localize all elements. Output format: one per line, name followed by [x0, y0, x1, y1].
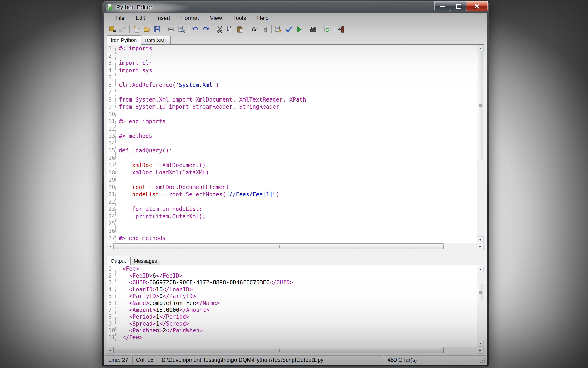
- function-icon[interactable]: fx: [249, 24, 259, 34]
- editor-code-text[interactable]: [115, 125, 119, 133]
- edit-script-icon[interactable]: [273, 24, 284, 34]
- editor-hscroll-thumb[interactable]: [114, 243, 444, 249]
- exit-icon[interactable]: [336, 24, 346, 34]
- editor-line-number: 8: [107, 96, 115, 104]
- python-editor-window: Python Editor FileEditInsertFormatViewTo…: [102, 1, 489, 367]
- editor-code-text[interactable]: [115, 111, 119, 118]
- menu-help[interactable]: Help: [252, 13, 274, 23]
- editor-tab-iron-python[interactable]: Iron Python: [107, 36, 141, 45]
- editor-code-text[interactable]: [115, 74, 119, 82]
- editor-code-text[interactable]: from System.Xml import XmlDocument, XmlT…: [115, 96, 306, 104]
- output-panel[interactable]: 1<Fee>2 <FeeID>6</FeeID>3 <GUID>C66972CB…: [107, 265, 484, 354]
- editor-tab-data-xml[interactable]: Data XML: [141, 36, 171, 45]
- editor-line: 6clr.AddReference('System.Xml'): [107, 82, 477, 89]
- output-vscroll-thumb[interactable]: [477, 284, 483, 301]
- maximize-button[interactable]: [451, 1, 466, 11]
- redo-icon[interactable]: [201, 24, 211, 34]
- editor-code-text[interactable]: root = xmlDoc.DocumentElement: [115, 184, 229, 191]
- cut-icon[interactable]: [215, 24, 225, 34]
- editor-horizontal-scrollbar[interactable]: ◄ ►: [107, 243, 483, 250]
- refresh-script-icon[interactable]: [322, 24, 332, 34]
- output-hscroll-thumb[interactable]: [114, 347, 444, 353]
- editor-code-text[interactable]: #> end imports: [115, 118, 166, 125]
- output-horizontal-scrollbar[interactable]: ◄ ►: [107, 347, 483, 354]
- editor-code-text[interactable]: print(item.OuterXml);: [115, 213, 206, 220]
- connect-database-icon[interactable]: [107, 24, 117, 34]
- editor-code-text[interactable]: #< imports: [115, 45, 152, 52]
- print-icon[interactable]: [166, 24, 176, 34]
- editor-vscroll-thumb[interactable]: [477, 51, 483, 160]
- scroll-left-arrow[interactable]: ◄: [107, 347, 114, 354]
- titlebar[interactable]: Python Editor: [102, 1, 489, 13]
- app-icon: [106, 3, 114, 11]
- editor-code-text[interactable]: import clr: [115, 60, 152, 67]
- output-xml-text: <FeeID>6</FeeID>: [123, 273, 183, 279]
- menu-tools[interactable]: Tools: [228, 13, 252, 23]
- open-file-icon[interactable]: [142, 24, 152, 34]
- menu-edit[interactable]: Edit: [130, 13, 151, 23]
- menu-insert[interactable]: Insert: [151, 13, 176, 23]
- output-line: 11</Fee>: [107, 334, 477, 341]
- undo-icon[interactable]: [190, 24, 201, 34]
- editor-line: 11#> end imports: [107, 118, 477, 125]
- find-icon[interactable]: [308, 24, 318, 34]
- status-col-indicator: Col: 15: [132, 356, 157, 364]
- resize-grip[interactable]: [480, 358, 485, 363]
- editor-code-text[interactable]: [115, 140, 119, 147]
- editor-code-text[interactable]: [115, 89, 119, 96]
- editor-code-text[interactable]: [115, 228, 119, 235]
- scroll-left-arrow[interactable]: ◄: [107, 243, 114, 250]
- editor-line: 1#< imports: [107, 45, 477, 52]
- menu-view[interactable]: View: [204, 13, 228, 23]
- scroll-right-arrow[interactable]: ►: [477, 243, 483, 250]
- editor-code-text[interactable]: [115, 155, 119, 162]
- copy-icon[interactable]: [225, 24, 235, 34]
- editor-code-text[interactable]: [115, 198, 119, 206]
- client-area: FileEditInsertFormatViewToolsHelp fx Iro…: [104, 13, 487, 365]
- status-char-count: 460 Char(s): [384, 356, 486, 364]
- scroll-down-arrow[interactable]: ▼: [477, 236, 483, 243]
- menu-file[interactable]: File: [110, 13, 130, 23]
- run-icon[interactable]: [294, 24, 304, 34]
- check-syntax-icon[interactable]: [284, 24, 294, 34]
- editor-line: 2: [107, 52, 477, 60]
- editor-code-text[interactable]: [115, 220, 119, 228]
- paste-icon[interactable]: [235, 24, 245, 34]
- minimize-button[interactable]: [434, 1, 451, 11]
- editor-code-text[interactable]: def LoadQuery():: [115, 147, 172, 155]
- output-line-number: 8: [107, 313, 115, 321]
- editor-code-text[interactable]: #< methods: [115, 133, 152, 140]
- scroll-up-arrow[interactable]: ▲: [477, 266, 483, 272]
- code-editor[interactable]: 1#< imports23import clr4import sys56clr.…: [107, 45, 484, 250]
- editor-code-text[interactable]: nodeList = root.SelectNodes("//Fees/Fee[…: [115, 191, 280, 198]
- scroll-down-arrow[interactable]: ▼: [477, 340, 483, 347]
- close-button[interactable]: [466, 1, 488, 11]
- editor-line: 27#> end methods: [107, 235, 477, 242]
- editor-code-text[interactable]: xmlDoc.LoadXml(DataXML): [115, 169, 209, 177]
- editor-line: 19: [107, 176, 477, 184]
- save-icon[interactable]: [152, 24, 162, 34]
- fold-line: [115, 279, 123, 286]
- print-preview-icon[interactable]: [176, 24, 186, 34]
- editor-code-text[interactable]: [115, 52, 119, 60]
- editor-line: 25: [107, 220, 477, 228]
- output-tab-messages[interactable]: Messages: [130, 257, 160, 265]
- editor-code-text[interactable]: #> end methods: [115, 235, 166, 242]
- menu-format[interactable]: Format: [176, 13, 204, 23]
- collapse-toggle-icon[interactable]: [115, 266, 123, 273]
- editor-vertical-scrollbar[interactable]: ▲ ▼: [477, 45, 483, 243]
- attach-icon[interactable]: [259, 24, 270, 34]
- editor-code-text[interactable]: [115, 176, 119, 184]
- editor-code-text[interactable]: xmlDoc = XmlDocument(): [115, 162, 206, 169]
- scroll-right-arrow[interactable]: ►: [477, 347, 483, 354]
- scroll-up-arrow[interactable]: ▲: [477, 45, 483, 51]
- output-vertical-scrollbar[interactable]: ▲ ▼: [477, 266, 483, 347]
- editor-code-text[interactable]: clr.AddReference('System.Xml'): [115, 82, 219, 89]
- editor-code-text[interactable]: from System.IO import StreamReader, Stri…: [115, 103, 280, 111]
- editor-code-text[interactable]: import sys: [115, 67, 152, 74]
- output-tab-output[interactable]: Output: [107, 256, 130, 265]
- editor-code-text[interactable]: for item in nodeList:: [115, 206, 202, 213]
- disconnect-icon: [117, 24, 128, 34]
- new-file-icon[interactable]: [132, 24, 142, 34]
- editor-line: 14: [107, 140, 477, 147]
